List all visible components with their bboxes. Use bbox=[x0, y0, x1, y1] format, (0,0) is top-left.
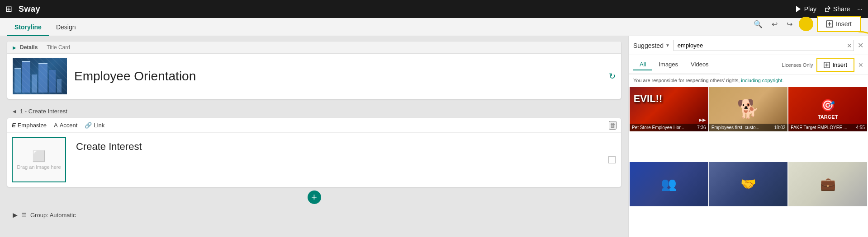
tab-videos[interactable]: Videos bbox=[684, 59, 715, 70]
media-item-5[interactable]: 💼 bbox=[788, 162, 867, 206]
share-button[interactable]: Share bbox=[824, 5, 850, 13]
media-duration-1: 18:02 bbox=[774, 125, 785, 130]
accent-btn[interactable]: A Accent bbox=[54, 122, 77, 129]
title-card-header: ▶ Details Title Card bbox=[7, 42, 621, 54]
filter-label: Suggested bbox=[633, 42, 664, 49]
content-card-right: Create Interest bbox=[71, 133, 621, 187]
section1-triangle: ◀ bbox=[13, 109, 16, 114]
search-input-wrap: ✕ bbox=[674, 40, 854, 51]
media-item-overlay-0: Pet Store Employee Hor... 7:36 bbox=[630, 124, 708, 131]
media-item-overlay-1: Employees first, custo... 18:02 bbox=[709, 124, 788, 131]
insert-button-panel-container: Insert bbox=[816, 58, 854, 72]
media-grid: EVIL!! ▶▶ Pet Store Employee Hor... 7:36… bbox=[629, 86, 868, 237]
media-item-0[interactable]: EVIL!! ▶▶ Pet Store Employee Hor... 7:36 bbox=[630, 87, 708, 131]
topbar-right: Play Share ··· bbox=[795, 5, 863, 13]
insert-label: Insert bbox=[832, 61, 847, 68]
content-card-body: ⬜ Drag an image here Create Interest bbox=[7, 133, 621, 187]
group-label: Group: Automatic bbox=[30, 212, 76, 218]
insert-button-panel[interactable]: Insert bbox=[817, 59, 854, 71]
media-title-0: Pet Store Employee Hor... bbox=[632, 125, 684, 130]
callout-arrow bbox=[856, 29, 868, 52]
section1-label: 1 - Create Interest bbox=[20, 108, 67, 115]
insert-button-container: Insert bbox=[817, 16, 861, 32]
user-avatar bbox=[799, 17, 813, 31]
media-item-3[interactable]: 👥 bbox=[630, 162, 708, 206]
rights-link[interactable]: including copyright. bbox=[741, 78, 783, 83]
search-input[interactable] bbox=[674, 40, 854, 51]
content-tabs-row: All Images Videos Licenses Only Insert ✕ bbox=[629, 55, 868, 75]
image-placeholder-icon: ⬜ bbox=[32, 150, 46, 163]
search-button-tab[interactable]: 🔍 bbox=[751, 19, 765, 29]
group-icon2: ☰ bbox=[21, 212, 27, 218]
refresh-icon[interactable]: ↻ bbox=[609, 71, 616, 81]
chevron-down-icon: ▼ bbox=[665, 43, 670, 48]
rights-text: You are responsible for respecting other… bbox=[633, 78, 740, 83]
svg-marker-0 bbox=[796, 6, 801, 12]
app-title: Sway bbox=[19, 5, 40, 14]
media-duration-0: 7:36 bbox=[697, 125, 706, 130]
licenses-only-label: Licenses Only bbox=[782, 62, 813, 68]
tab-bar: Storyline Design 🔍 ↩ ↪ Insert bbox=[0, 18, 868, 36]
more-button[interactable]: ··· bbox=[857, 5, 863, 13]
section1-header: ◀ 1 - Create Interest bbox=[7, 104, 621, 118]
details-triangle: ▶ bbox=[13, 45, 16, 50]
tab-storyline[interactable]: Storyline bbox=[7, 20, 49, 36]
link-btn[interactable]: 🔗 Link bbox=[85, 122, 104, 129]
add-content-btn[interactable]: + bbox=[308, 191, 321, 204]
top-bar: ⊞ Sway Play Share ··· bbox=[0, 0, 868, 18]
title-card: ▶ Details Title Card bbox=[7, 42, 621, 99]
tab-design[interactable]: Design bbox=[49, 20, 83, 36]
search-bar: Suggested ▼ ✕ ✕ bbox=[629, 36, 868, 55]
delete-btn[interactable]: 🗑 bbox=[609, 121, 617, 130]
content-card-toolbar: E Emphasize A Accent 🔗 Link 🗑 bbox=[7, 118, 621, 133]
title-card-type: Title Card bbox=[47, 44, 70, 51]
media-item-1[interactable]: 🐕 Employees first, custo... 18:02 bbox=[709, 87, 788, 131]
insert-icon bbox=[824, 62, 830, 68]
content-card-title[interactable]: Create Interest bbox=[76, 137, 616, 156]
tab-all[interactable]: All bbox=[633, 59, 652, 70]
card-checkbox[interactable] bbox=[608, 156, 616, 163]
rights-notice: You are responsible for respecting other… bbox=[629, 75, 868, 86]
media-duration-2: 4:55 bbox=[856, 125, 865, 130]
title-card-body: Employee Orientation ↻ bbox=[7, 54, 621, 99]
tab-images[interactable]: Images bbox=[652, 59, 684, 70]
title-card-title[interactable]: Employee Orientation bbox=[74, 69, 196, 84]
panel-close-btn2[interactable]: ✕ bbox=[858, 61, 863, 69]
content-tabs: All Images Videos bbox=[629, 56, 720, 74]
tabbar-right-actions: 🔍 ↩ ↪ Insert bbox=[751, 16, 861, 36]
group-row: ▶ ☰ Group: Automatic bbox=[7, 208, 621, 222]
filter-dropdown[interactable]: Suggested ▼ bbox=[633, 42, 670, 49]
group-icon: ▶ bbox=[13, 211, 18, 218]
media-item-overlay-2: FAKE Target EMPLOYEE ... 4:55 bbox=[788, 124, 867, 131]
undo-button[interactable]: ↩ bbox=[769, 19, 780, 29]
main-layout: ▶ Details Title Card bbox=[0, 36, 868, 237]
insert-button-tab[interactable]: Insert bbox=[817, 16, 861, 32]
drag-image-label: Drag an image here bbox=[17, 164, 61, 170]
search-clear-btn[interactable]: ✕ bbox=[847, 42, 852, 49]
panel-right-actions: Licenses Only Insert ✕ bbox=[777, 55, 868, 74]
media-title-2: FAKE Target EMPLOYEE ... bbox=[791, 125, 847, 130]
media-item-4[interactable]: 🤝 bbox=[709, 162, 788, 206]
details-label[interactable]: Details bbox=[20, 44, 38, 51]
storyline-panel: ▶ Details Title Card bbox=[0, 36, 628, 237]
emphasize-btn[interactable]: E Emphasize bbox=[12, 122, 47, 129]
image-drop-area[interactable]: ⬜ Drag an image here bbox=[12, 137, 66, 182]
media-item-2[interactable]: 🎯 TARGET FAKE Target EMPLOYEE ... 4:55 bbox=[788, 87, 867, 131]
play-button[interactable]: Play bbox=[795, 5, 816, 13]
content-card-1: E Emphasize A Accent 🔗 Link 🗑 ⬜ Drag an … bbox=[7, 118, 621, 187]
right-panel: Suggested ▼ ✕ ✕ All Images Videos Licens… bbox=[628, 36, 868, 237]
waffle-icon[interactable]: ⊞ bbox=[5, 4, 12, 14]
redo-button[interactable]: ↪ bbox=[784, 19, 795, 29]
add-btn-container: + bbox=[7, 191, 621, 204]
title-card-image bbox=[13, 58, 67, 94]
media-title-1: Employees first, custo... bbox=[711, 125, 759, 130]
